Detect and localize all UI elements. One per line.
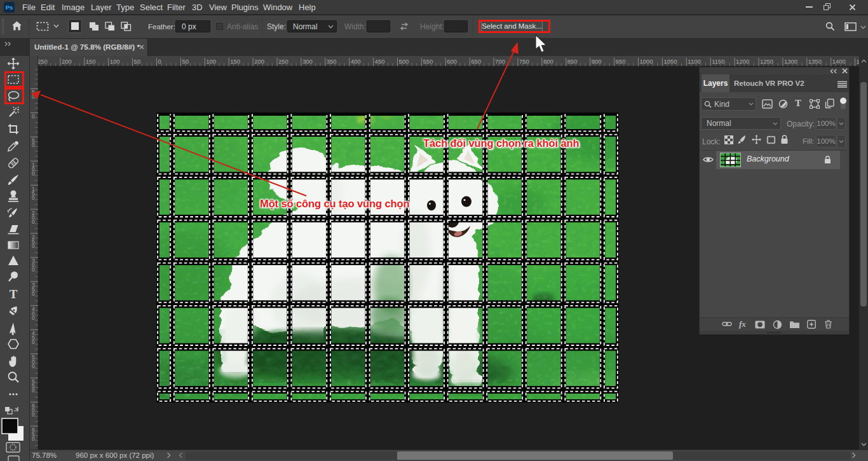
svg-text:0: 0 — [32, 142, 35, 148]
svg-text:1150: 1150 — [712, 58, 724, 65]
svg-text:0: 0 — [32, 93, 35, 100]
svg-text:0: 0 — [32, 113, 35, 120]
svg-text:0: 0 — [32, 219, 35, 225]
svg-text:1350: 1350 — [808, 58, 822, 65]
svg-text:1100: 1100 — [688, 58, 700, 65]
svg-text:0: 0 — [32, 315, 35, 321]
svg-text:0: 0 — [32, 436, 35, 442]
svg-text:1050: 1050 — [663, 58, 677, 65]
svg-text:0: 0 — [32, 243, 35, 249]
svg-text:1000: 1000 — [640, 58, 653, 65]
svg-text:1400: 1400 — [832, 58, 846, 65]
svg-text:0: 0 — [32, 411, 35, 418]
svg-text:0: 0 — [32, 363, 35, 369]
svg-text:0: 0 — [32, 339, 35, 345]
svg-text:0: 0 — [32, 387, 35, 394]
svg-text:0: 0 — [32, 170, 35, 177]
svg-text:0: 0 — [32, 266, 35, 273]
svg-text:1250: 1250 — [760, 58, 773, 65]
svg-text:0: 0 — [158, 58, 161, 65]
svg-text:1300: 1300 — [784, 58, 797, 65]
svg-text:T: T — [10, 287, 18, 301]
svg-text:1200: 1200 — [736, 58, 749, 65]
svg-text:0: 0 — [32, 195, 35, 201]
svg-text:0: 0 — [32, 291, 35, 297]
